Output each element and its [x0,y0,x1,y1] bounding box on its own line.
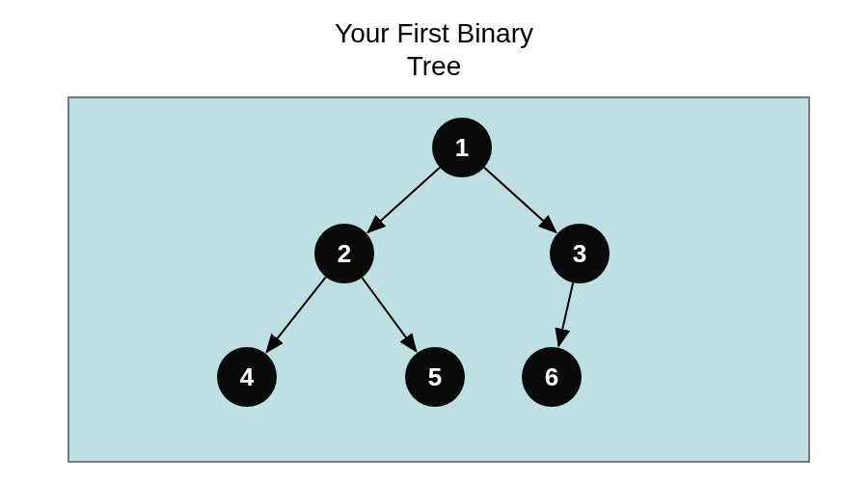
edge-n2-n5 [362,278,416,351]
diagram-title: Your First Binary Tree [0,0,868,82]
edge-n1-n3 [484,168,556,232]
tree-node-5: 5 [405,347,465,407]
title-line-1: Your First Binary [335,18,533,48]
tree-node-6: 6 [522,347,582,407]
edge-n3-n6 [558,282,573,346]
edge-n1-n2 [368,168,440,232]
tree-node-1: 1 [432,118,492,177]
edge-n2-n4 [266,277,325,352]
tree-node-3: 3 [550,224,610,283]
title-line-2: Tree [407,51,462,81]
tree-node-2: 2 [314,224,374,283]
tree-node-4: 4 [217,347,277,407]
tree-canvas: 123456 [68,96,810,463]
